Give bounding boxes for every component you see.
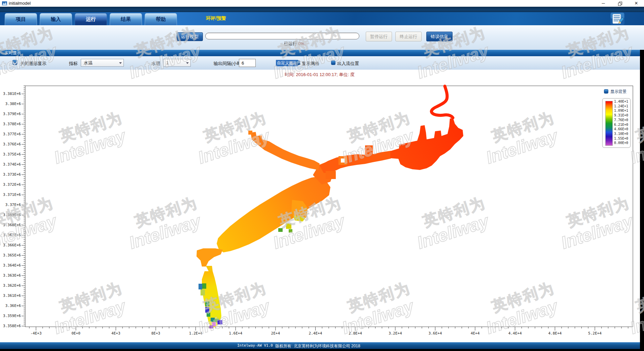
y-axis-label: 3.377E+6 [0, 132, 21, 136]
menu-tab-1[interactable]: 输入 [40, 13, 72, 25]
pause-run-button[interactable]: 暂停运行 [366, 32, 392, 41]
realtime-controls: 关闭图形显示 指标 水温 水层 1 输出间隔(小时) 自定义图谱 显示网格 出入… [0, 56, 640, 70]
chevron-down-icon [119, 62, 122, 64]
x-axis-label: 2E+4 [262, 331, 289, 336]
y-axis-label: 3.379E+6 [0, 112, 21, 116]
minimize-button[interactable]: ─ [598, 0, 608, 7]
y-axis-label: 3.369E+6 [0, 213, 21, 217]
y-axis-label: 3.366E+6 [0, 243, 21, 247]
y-axis-label: 3.36E+6 [0, 304, 21, 308]
x-axis-label: 4E+3 [102, 331, 129, 336]
chart-background [0, 70, 640, 342]
run-status-value: 0%。 [298, 41, 308, 46]
close-graphics-label: 关闭图形显示 [20, 61, 46, 67]
close-graphics-checkbox[interactable] [12, 60, 17, 65]
legend-gradient-bar [605, 101, 613, 146]
title-bar: initialmodel ─ ✕ [0, 0, 644, 7]
y-axis-label: 3.381E+6 [0, 92, 21, 96]
legend-value: 9.31E+0 [614, 113, 630, 117]
y-axis-label: 3.359E+6 [0, 314, 21, 318]
x-axis-label: 2.4E+4 [302, 331, 329, 336]
inout-flow-label: 出入流位置 [337, 61, 359, 67]
x-axis-label: 1.6E+4 [222, 331, 249, 336]
window-title: initialmodel [9, 1, 31, 6]
status-bar: Intelway-AW V1.0 版权所有: 北京英特利为环境科技有限公司 20… [0, 342, 640, 349]
show-background-checkbox[interactable] [604, 89, 608, 94]
legend-value: 3.10E+0 [614, 132, 630, 136]
layer-label: 水层 [151, 61, 160, 67]
y-axis-label: 3.368E+6 [0, 223, 21, 227]
x-axis-label: 4.4E+4 [502, 331, 529, 336]
stop-run-button[interactable]: 终止运行 [395, 32, 422, 41]
legend-value: 4.66E+0 [614, 127, 630, 131]
menu-tab-4[interactable]: 帮助 [145, 13, 177, 25]
restore-button[interactable] [615, 0, 625, 7]
show-grid-label: 显示网格 [302, 61, 319, 67]
legend-value: 6.21E+0 [614, 123, 630, 127]
y-axis-label: 3.367E+6 [0, 233, 21, 237]
y-axis-label: 3.371E+6 [0, 192, 21, 197]
chevron-down-icon [186, 62, 189, 64]
legend-value: 0.00E+0 [614, 141, 630, 145]
x-axis-label: 5.2E+4 [581, 331, 608, 336]
y-axis-label: 3.372E+6 [0, 182, 21, 187]
color-scale-legend: 1.40E+11.24E+11.09E+19.31E+07.76E+06.21E… [602, 98, 631, 148]
output-interval-input[interactable] [239, 59, 256, 67]
custom-palette-button[interactable]: 自定义图谱 [276, 60, 298, 66]
x-axis-label: 2.8E+4 [342, 331, 369, 336]
y-axis-label: 3.374E+6 [0, 162, 21, 167]
close-button[interactable]: ✕ [631, 0, 641, 7]
app-version-text: Intelway-AW V1.0 [237, 343, 273, 348]
menu-tab-2[interactable]: 运行 [75, 13, 107, 25]
y-axis-label: 3.365E+6 [0, 253, 21, 257]
x-axis-label: 0E+0 [63, 331, 90, 336]
env-alert-menu[interactable]: 环评/预警 [206, 15, 226, 22]
layer-select[interactable]: 1 [163, 59, 191, 67]
y-axis-label: 3.363E+6 [0, 273, 21, 278]
menu-tab-3[interactable]: 结果 [110, 13, 142, 25]
x-axis-label: 8E+3 [142, 331, 169, 336]
realtime-section-header: 实时显示 [0, 50, 640, 56]
output-interval-label: 输出间隔(小时) [214, 61, 243, 67]
x-axis-label: 3.6E+4 [422, 331, 449, 336]
y-axis-label: 3.362E+6 [0, 283, 21, 288]
y-axis-label: 3.373E+6 [0, 172, 21, 177]
legend-value: 1.55E+0 [614, 137, 630, 140]
screen-edge-bottom [0, 349, 644, 351]
y-axis-label: 3.376E+6 [0, 142, 21, 146]
y-axis-label: 3.364E+6 [0, 263, 21, 268]
legend-value: 7.76E+0 [614, 118, 630, 122]
app-logo-icon [2, 1, 7, 6]
notepad-pencil-icon[interactable] [610, 12, 625, 25]
menu-bar: 项目输入运行结果帮助 环评/预警 [0, 12, 644, 25]
y-axis-label: 3.378E+6 [0, 122, 21, 126]
menu-tab-0[interactable]: 项目 [5, 13, 37, 25]
indicator-value: 水温 [84, 60, 93, 65]
legend-value: 1.09E+1 [614, 109, 630, 112]
legend-value: 1.40E+1 [614, 100, 630, 103]
indicator-select[interactable]: 水温 [81, 59, 124, 67]
layer-value: 1 [166, 60, 169, 65]
show-background-label: 显示背景 [610, 89, 627, 95]
restore-icon [618, 2, 622, 6]
legend-value: 1.24E+1 [614, 104, 630, 108]
y-axis-label: 3.358E+6 [0, 324, 21, 328]
copyright-text: 版权所有: 北京英特利为环境科技有限公司 2018 [275, 343, 360, 349]
error-info-button[interactable]: 错误信息 [426, 32, 453, 41]
header-strip [0, 7, 644, 12]
run-model-button[interactable]: 运行模型 [177, 32, 203, 41]
run-status-prefix: 已运行 [284, 41, 297, 46]
inout-flow-checkbox[interactable] [331, 61, 335, 65]
y-axis-label: 3.361E+6 [0, 293, 21, 298]
x-axis-label: 4.8E+4 [541, 331, 568, 336]
show-grid-checkbox[interactable] [296, 61, 300, 65]
screen-edge-right [640, 50, 644, 351]
run-toolbar: 运行模型 已运行 0%。 暂停运行 终止运行 错误信息 [0, 25, 644, 50]
x-axis-label: -4E+3 [23, 331, 49, 336]
run-progress-bar [205, 33, 359, 39]
x-axis-label: 1.2E+4 [182, 331, 209, 336]
indicator-label: 指标 [69, 61, 78, 67]
y-axis-label: 3.375E+6 [0, 152, 21, 156]
run-status-text: 已运行 0%。 [262, 41, 330, 47]
x-axis-label: 3.2E+4 [382, 331, 409, 336]
